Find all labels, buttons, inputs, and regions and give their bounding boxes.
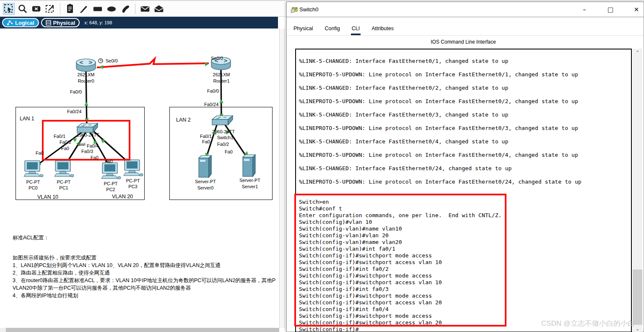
task-note-line: 2、路由器上配置相应路由，使得全网互通 — [13, 269, 306, 277]
watermark-text: CSDN @立志不做小白的小白 — [541, 319, 635, 328]
switch1-fa01-port-label: Fa0/1 — [200, 134, 212, 139]
router0-serial-port-label: Se0/0 — [106, 58, 118, 63]
server0-name-label[interactable]: Server0 — [197, 185, 214, 190]
cli-scrollbar[interactable]: ⌃ ⌄ — [633, 49, 642, 332]
task-note: 标准ACL配置： 如图所示搭建拓扑，按要求完成配置 1、LAN1的PC划分到两个… — [13, 234, 306, 299]
router1-fa00-port-label: Fa0/0 — [207, 88, 219, 93]
task-note-line: 1、LAN1的PC划分到两个VLAN：VLAN 10、VLAN 20，配置单臂路… — [13, 262, 306, 269]
router0-name-label[interactable]: Router0 — [78, 78, 94, 83]
device-tabbar: Physical Config CLI Attributes — [287, 24, 644, 36]
cli-highlight-rectangle — [294, 194, 506, 327]
server0-fa0-port-label: Fa0 — [202, 139, 210, 144]
router0-fa00-port-label: Fa0/0 — [70, 89, 82, 94]
switch1-fa02-port-label: Fa0/2 — [217, 142, 229, 147]
pc0-type-label: PC-PT — [26, 179, 40, 184]
pc2-fa0-port-label: Fa0 — [91, 155, 99, 160]
pc3-name-label[interactable]: PC3 — [128, 184, 137, 189]
pc2-name-label[interactable]: PC2 — [106, 187, 115, 192]
pc0-name-label[interactable]: PC0 — [29, 185, 37, 190]
serial-clock-icon — [99, 59, 103, 63]
task-note-line: 如图所示搭建拓扑，按要求完成配置 — [13, 254, 306, 262]
pc1-type-label: PC-PT — [57, 179, 71, 184]
server1-type-label: Server-PT — [239, 178, 260, 183]
router1-name-label[interactable]: Router1 — [213, 78, 229, 83]
pc3-type-label: PC-PT — [126, 178, 140, 183]
window-titlebar[interactable]: Switch0 – □ ✕ — [287, 2, 644, 17]
tab-config[interactable]: Config — [324, 24, 341, 35]
server0-type-label: Server-PT — [195, 179, 216, 184]
pc1-name-label[interactable]: PC1 — [59, 185, 68, 190]
workspace-panel: Logical Physical x: 648, y: 198 — [0, 0, 286, 332]
canvas-vertical-scrollbar[interactable] — [279, 29, 285, 328]
pc3-fa0-port-label: Fa0 — [105, 159, 113, 164]
task-note-line: 4、各网段的IP地址自行规划 — [13, 292, 306, 299]
maximize-button[interactable]: □ — [606, 5, 615, 14]
router1-serial-port-label: Se0/0 — [211, 56, 223, 61]
switch0-fa024-port-label: Fa0/24 — [67, 109, 81, 114]
router0-device-icon[interactable] — [76, 59, 96, 72]
pc2-type-label: PC-PT — [104, 181, 118, 186]
router1-model-label: 2621XM — [213, 72, 230, 77]
close-button[interactable]: ✕ — [632, 5, 641, 14]
task-note-line: VLAN20中除了第一台PC可以访问服务器，其他PC均不能访问LAN2的服务器 — [13, 284, 306, 292]
tab-cli[interactable]: CLI — [351, 24, 361, 35]
switch0-fa01-port-label: Fa0/1 — [54, 134, 65, 139]
switch0-name-label[interactable]: Swi — [78, 142, 86, 147]
pc0-fa0-port-label: Fa0 — [36, 150, 44, 156]
server1-name-label[interactable]: Server1 — [242, 184, 258, 189]
switch1-name-label[interactable]: Switch1 — [217, 135, 234, 140]
canvas-horizontal-scrollbar[interactable] — [6, 328, 279, 332]
window-controls: – □ ✕ — [580, 2, 641, 17]
pc1-fa0-port-label: Fa0 — [61, 146, 69, 151]
router0-model-label: 2621XM — [78, 72, 95, 77]
switch0-fa04-port-label: Fa0/4 — [87, 143, 99, 148]
vlan10-label: VLAN 10 — [36, 195, 60, 200]
lan1-label: LAN 1 — [20, 116, 34, 121]
window-title: Switch0 — [299, 6, 319, 13]
task-note-title: 标准ACL配置： — [13, 234, 306, 241]
switch0-model-label: 2960-24TT — [77, 132, 99, 137]
switch0-fa03-port-label: Fa0/3 — [81, 149, 93, 154]
switch0-fa02-port-label: Fa0/2 — [60, 140, 71, 145]
cli-header: IOS Command Line Interface — [295, 39, 631, 45]
cli-scrollbar-thumb[interactable] — [633, 270, 642, 325]
lan2-label: LAN 2 — [176, 117, 191, 122]
tab-attributes[interactable]: Attributes — [371, 24, 395, 35]
minimize-button[interactable]: – — [580, 5, 589, 14]
server1-fa0-port-label: Fa0 — [225, 149, 233, 154]
vlan20-label: VLAN 20 — [110, 194, 135, 199]
task-note-line: 3、在router0路由器上配置标准ACL，要求：VLAN 10中IP地址主机位… — [13, 277, 306, 284]
switch1-model-label: 2960-24TT — [212, 129, 235, 134]
scroll-up-icon[interactable]: ⌃ — [633, 49, 642, 56]
canvas-scroll-corner — [0, 328, 6, 332]
tab-physical[interactable]: Physical — [293, 24, 314, 35]
device-window-icon — [291, 6, 298, 13]
switch0-highlight-rectangle — [42, 120, 130, 161]
switch1-fa024-port-label: Fa0/24 — [204, 102, 218, 107]
